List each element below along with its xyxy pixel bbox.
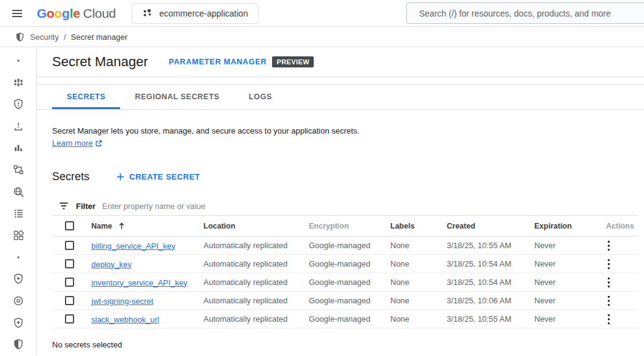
row-actions-menu-button[interactable] — [606, 294, 615, 308]
kebab-menu-icon — [607, 295, 610, 306]
column-header-actions: Actions — [606, 222, 638, 230]
column-header-name[interactable]: Name — [91, 222, 203, 230]
globe-search-icon — [12, 186, 25, 198]
tab-logs[interactable]: LOGS — [234, 85, 287, 109]
sidebar-item-scanner[interactable] — [0, 181, 37, 203]
cell-expiration: Never — [534, 296, 606, 305]
row-actions-menu-button[interactable] — [606, 257, 615, 271]
secret-name-link[interactable]: inventory_service_API_key — [91, 278, 188, 287]
cell-encryption: Google-managed — [309, 296, 390, 305]
tab-secrets[interactable]: SECRETS — [52, 85, 120, 109]
project-selector[interactable]: ecommerce-application — [132, 3, 259, 24]
google-logo-word: Google — [37, 6, 80, 21]
row-actions-menu-button[interactable] — [606, 276, 615, 289]
cell-created: 3/18/25, 10:55 AM — [447, 314, 534, 324]
cell-encryption: Google-managed — [309, 278, 390, 287]
dot-icon — [12, 55, 25, 67]
row-actions-menu-button[interactable] — [606, 239, 615, 252]
row-checkbox[interactable] — [65, 296, 74, 305]
sidebar-item-findings[interactable] — [0, 202, 37, 224]
kebab-menu-icon — [607, 240, 610, 251]
sidebar-item-import[interactable] — [0, 115, 37, 137]
tab-bar: SECRETS REGIONAL SECRETS LOGS — [37, 85, 644, 110]
secret-manager-shield-icon — [12, 338, 25, 350]
breadcrumb-security-link[interactable]: Security — [30, 32, 59, 42]
google-cloud-logo: Google Cloud — [37, 6, 116, 21]
secrets-section-header: Secrets CREATE SECRET — [52, 169, 644, 185]
cell-expiration: Never — [534, 314, 606, 324]
parameter-manager-link[interactable]: PARAMETER MANAGER — [169, 58, 267, 66]
secret-name-link[interactable]: billing_service_API_key — [91, 241, 175, 251]
components-icon — [12, 229, 25, 241]
search-input[interactable] — [406, 2, 644, 24]
table-row: billing_service_API_key Automatically re… — [52, 237, 638, 255]
cell-location: Automatically replicated — [203, 296, 309, 305]
cloud-logo-word: Cloud — [83, 6, 116, 21]
filter-input[interactable] — [102, 202, 638, 211]
row-checkbox[interactable] — [65, 241, 74, 250]
tab-regional-secrets[interactable]: REGIONAL SECRETS — [120, 85, 234, 109]
plus-icon — [116, 173, 124, 181]
filter-label: Filter — [76, 202, 96, 211]
learn-more-link[interactable]: Learn more — [52, 137, 102, 150]
sort-ascending-icon — [118, 222, 125, 230]
sidebar-item-compliance[interactable] — [0, 290, 37, 312]
column-header-labels: Labels — [390, 222, 447, 230]
filter-icon — [58, 200, 69, 211]
row-checkbox[interactable] — [65, 259, 74, 268]
cell-encryption: Google-managed — [309, 314, 390, 324]
cell-created: 3/18/25, 10:54 AM — [447, 278, 534, 287]
secret-name-link[interactable]: deploy_key — [91, 260, 132, 269]
cell-encryption: Google-managed — [309, 241, 390, 250]
secret-name-link[interactable]: jwt-signing-secret — [91, 297, 153, 306]
dot-icon — [12, 251, 25, 263]
cell-labels: None — [390, 314, 447, 324]
cell-created: 3/18/25, 10:54 AM — [447, 259, 534, 268]
content-area: Secret Manager PARAMETER MANAGER PREVIEW… — [0, 47, 644, 355]
cell-expiration: Never — [534, 278, 606, 287]
sidebar-item-shield-plus[interactable] — [0, 312, 37, 334]
row-checkbox[interactable] — [65, 314, 74, 324]
intro-text-block: Secret Manager lets you store, manage, a… — [52, 125, 644, 150]
sidebar-item-shield-profile[interactable] — [0, 268, 37, 290]
cell-location: Automatically replicated — [203, 314, 309, 324]
breadcrumb: Security / Secret manager — [0, 27, 644, 47]
select-all-checkbox[interactable] — [65, 221, 74, 230]
sidebar-item-asset-inventory[interactable] — [0, 72, 37, 94]
sidebar-nav — [0, 47, 37, 355]
table-row: deploy_key Automatically replicated Goog… — [52, 255, 638, 273]
secrets-heading: Secrets — [52, 170, 89, 183]
sidebar-item-secret-manager[interactable] — [0, 333, 37, 355]
table-row: slack_webhook_url Automatically replicat… — [52, 310, 638, 328]
shield-plus-icon — [12, 317, 25, 329]
cell-labels: None — [390, 278, 447, 287]
row-checkbox[interactable] — [65, 278, 74, 287]
sidebar-item-shield-alert[interactable] — [0, 93, 37, 115]
hamburger-icon — [11, 7, 23, 20]
shield-alert-icon — [12, 98, 25, 110]
column-header-created: Created — [447, 222, 534, 230]
cell-expiration: Never — [534, 259, 606, 268]
cell-created: 3/18/25, 10:06 AM — [447, 296, 534, 305]
cell-labels: None — [390, 259, 447, 268]
sidebar-item-topology[interactable] — [0, 159, 37, 181]
external-link-icon — [95, 140, 102, 147]
cell-labels: None — [390, 296, 447, 305]
breadcrumb-current-page: Secret manager — [71, 32, 128, 42]
secret-name-link[interactable]: slack_webhook_url — [91, 315, 159, 324]
kebab-menu-icon — [607, 259, 610, 270]
table-row: inventory_service_API_key Automatically … — [52, 273, 638, 292]
sidebar-item-reports[interactable] — [0, 137, 37, 159]
sidebar-item-dot-1[interactable] — [0, 50, 37, 72]
selection-status-text: No secrets selected — [52, 340, 644, 349]
row-actions-menu-button[interactable] — [606, 312, 615, 326]
create-secret-button[interactable]: CREATE SECRET — [112, 169, 205, 185]
kebab-menu-icon — [607, 314, 610, 325]
header-divider — [37, 77, 644, 85]
sidebar-item-components[interactable] — [0, 224, 37, 246]
project-name: ecommerce-application — [159, 9, 248, 18]
shield-profile-icon — [12, 273, 25, 285]
sidebar-item-dot-2[interactable] — [0, 246, 37, 268]
menu-icon[interactable] — [9, 5, 26, 22]
cell-expiration: Never — [534, 241, 606, 250]
